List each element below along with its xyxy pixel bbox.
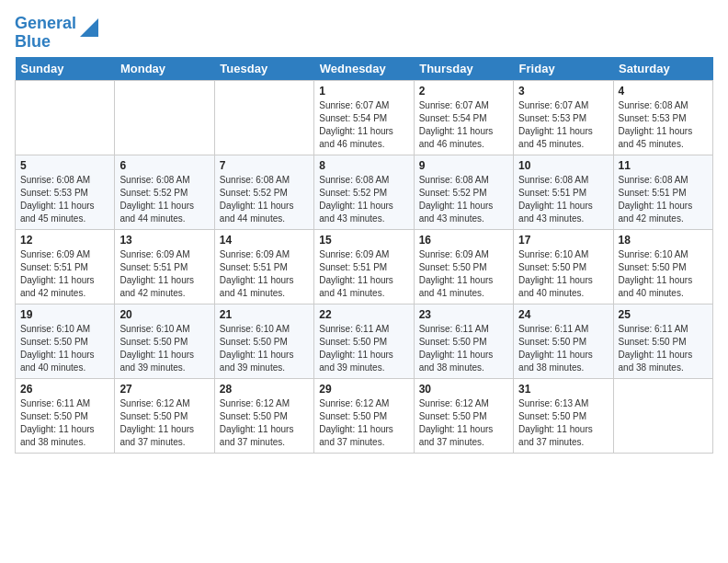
calendar-cell: 12Sunrise: 6:09 AM Sunset: 5:51 PM Dayli… [16, 229, 115, 304]
calendar-cell: 24Sunrise: 6:11 AM Sunset: 5:50 PM Dayli… [514, 304, 613, 378]
calendar-cell: 9Sunrise: 6:08 AM Sunset: 5:52 PM Daylig… [414, 155, 513, 229]
day-info: Sunrise: 6:10 AM Sunset: 5:50 PM Dayligh… [119, 323, 209, 374]
day-info: Sunrise: 6:11 AM Sunset: 5:50 PM Dayligh… [20, 397, 109, 449]
day-header-monday: Monday [115, 57, 214, 81]
calendar-cell: 8Sunrise: 6:08 AM Sunset: 5:52 PM Daylig… [314, 155, 414, 229]
day-header-saturday: Saturday [613, 57, 712, 81]
day-number: 6 [119, 159, 209, 172]
day-number: 30 [419, 383, 508, 396]
day-info: Sunrise: 6:11 AM Sunset: 5:50 PM Dayligh… [518, 323, 608, 374]
day-info: Sunrise: 6:10 AM Sunset: 5:50 PM Dayligh… [20, 323, 109, 374]
day-info: Sunrise: 6:10 AM Sunset: 5:50 PM Dayligh… [220, 323, 309, 374]
week-row-5: 26Sunrise: 6:11 AM Sunset: 5:50 PM Dayli… [16, 378, 713, 453]
calendar-table: SundayMondayTuesdayWednesdayThursdayFrid… [15, 57, 713, 454]
day-number: 20 [119, 308, 209, 321]
week-row-1: 1Sunrise: 6:07 AM Sunset: 5:54 PM Daylig… [16, 80, 713, 155]
day-number: 4 [619, 85, 708, 98]
calendar-cell [115, 80, 214, 155]
day-number: 11 [619, 159, 708, 172]
day-info: Sunrise: 6:12 AM Sunset: 5:50 PM Dayligh… [319, 397, 408, 449]
calendar-cell: 31Sunrise: 6:13 AM Sunset: 5:50 PM Dayli… [514, 378, 613, 453]
day-number: 17 [518, 234, 608, 247]
day-info: Sunrise: 6:09 AM Sunset: 5:51 PM Dayligh… [220, 248, 309, 300]
calendar-cell: 26Sunrise: 6:11 AM Sunset: 5:50 PM Dayli… [16, 378, 115, 453]
calendar-cell: 27Sunrise: 6:12 AM Sunset: 5:50 PM Dayli… [115, 378, 214, 453]
day-number: 22 [319, 308, 408, 321]
week-row-3: 12Sunrise: 6:09 AM Sunset: 5:51 PM Dayli… [16, 229, 713, 304]
week-row-2: 5Sunrise: 6:08 AM Sunset: 5:53 PM Daylig… [16, 155, 713, 229]
day-info: Sunrise: 6:12 AM Sunset: 5:50 PM Dayligh… [220, 397, 309, 449]
day-info: Sunrise: 6:09 AM Sunset: 5:51 PM Dayligh… [20, 248, 109, 300]
day-info: Sunrise: 6:07 AM Sunset: 5:54 PM Dayligh… [319, 99, 408, 151]
day-number: 9 [419, 159, 508, 172]
calendar-cell: 7Sunrise: 6:08 AM Sunset: 5:52 PM Daylig… [214, 155, 313, 229]
day-number: 7 [220, 159, 309, 172]
svg-marker-0 [80, 18, 98, 37]
day-number: 19 [20, 308, 109, 321]
day-number: 1 [319, 85, 408, 98]
day-header-sunday: Sunday [16, 57, 115, 81]
day-info: Sunrise: 6:10 AM Sunset: 5:50 PM Dayligh… [619, 248, 708, 300]
calendar-cell: 2Sunrise: 6:07 AM Sunset: 5:54 PM Daylig… [414, 80, 513, 155]
day-number: 28 [220, 383, 309, 396]
day-number: 2 [419, 85, 508, 98]
calendar-cell: 30Sunrise: 6:12 AM Sunset: 5:50 PM Dayli… [414, 378, 513, 453]
calendar-cell: 23Sunrise: 6:11 AM Sunset: 5:50 PM Dayli… [414, 304, 513, 378]
calendar-cell: 10Sunrise: 6:08 AM Sunset: 5:51 PM Dayli… [514, 155, 613, 229]
day-number: 3 [518, 85, 608, 98]
day-info: Sunrise: 6:10 AM Sunset: 5:50 PM Dayligh… [518, 248, 608, 300]
day-info: Sunrise: 6:11 AM Sunset: 5:50 PM Dayligh… [419, 323, 508, 374]
day-number: 23 [419, 308, 508, 321]
day-number: 26 [20, 383, 109, 396]
calendar-cell: 22Sunrise: 6:11 AM Sunset: 5:50 PM Dayli… [314, 304, 414, 378]
day-info: Sunrise: 6:08 AM Sunset: 5:52 PM Dayligh… [319, 174, 408, 225]
calendar-cell: 13Sunrise: 6:09 AM Sunset: 5:51 PM Dayli… [115, 229, 214, 304]
calendar-cell: 4Sunrise: 6:08 AM Sunset: 5:53 PM Daylig… [613, 80, 712, 155]
logo-arrow-icon [80, 18, 98, 37]
day-info: Sunrise: 6:09 AM Sunset: 5:50 PM Dayligh… [419, 248, 508, 300]
day-number: 29 [319, 383, 408, 396]
calendar-cell: 14Sunrise: 6:09 AM Sunset: 5:51 PM Dayli… [214, 229, 313, 304]
calendar-cell: 5Sunrise: 6:08 AM Sunset: 5:53 PM Daylig… [16, 155, 115, 229]
day-info: Sunrise: 6:08 AM Sunset: 5:51 PM Dayligh… [619, 174, 708, 225]
day-number: 21 [220, 308, 309, 321]
day-number: 13 [119, 234, 209, 247]
day-info: Sunrise: 6:11 AM Sunset: 5:50 PM Dayligh… [619, 323, 708, 374]
day-header-tuesday: Tuesday [214, 57, 313, 81]
day-info: Sunrise: 6:08 AM Sunset: 5:53 PM Dayligh… [619, 99, 708, 151]
calendar-cell [16, 80, 115, 155]
day-number: 24 [518, 308, 608, 321]
calendar-cell [613, 378, 712, 453]
day-info: Sunrise: 6:07 AM Sunset: 5:53 PM Dayligh… [518, 99, 608, 151]
day-number: 12 [20, 234, 109, 247]
day-info: Sunrise: 6:11 AM Sunset: 5:50 PM Dayligh… [319, 323, 408, 374]
calendar-cell: 1Sunrise: 6:07 AM Sunset: 5:54 PM Daylig… [314, 80, 414, 155]
week-row-4: 19Sunrise: 6:10 AM Sunset: 5:50 PM Dayli… [16, 304, 713, 378]
day-number: 25 [619, 308, 708, 321]
day-header-wednesday: Wednesday [314, 57, 414, 81]
logo-text: GeneralBlue [15, 15, 76, 52]
day-number: 15 [319, 234, 408, 247]
calendar-cell: 15Sunrise: 6:09 AM Sunset: 5:51 PM Dayli… [314, 229, 414, 304]
day-info: Sunrise: 6:08 AM Sunset: 5:52 PM Dayligh… [119, 174, 209, 225]
logo: GeneralBlue [15, 15, 98, 52]
calendar-cell: 17Sunrise: 6:10 AM Sunset: 5:50 PM Dayli… [514, 229, 613, 304]
day-number: 5 [20, 159, 109, 172]
calendar-cell: 25Sunrise: 6:11 AM Sunset: 5:50 PM Dayli… [613, 304, 712, 378]
day-info: Sunrise: 6:08 AM Sunset: 5:52 PM Dayligh… [220, 174, 309, 225]
calendar-cell: 18Sunrise: 6:10 AM Sunset: 5:50 PM Dayli… [613, 229, 712, 304]
day-info: Sunrise: 6:13 AM Sunset: 5:50 PM Dayligh… [518, 397, 608, 449]
day-info: Sunrise: 6:08 AM Sunset: 5:51 PM Dayligh… [518, 174, 608, 225]
day-info: Sunrise: 6:09 AM Sunset: 5:51 PM Dayligh… [319, 248, 408, 300]
day-number: 18 [619, 234, 708, 247]
day-number: 10 [518, 159, 608, 172]
day-number: 16 [419, 234, 508, 247]
calendar-cell: 29Sunrise: 6:12 AM Sunset: 5:50 PM Dayli… [314, 378, 414, 453]
calendar-cell: 28Sunrise: 6:12 AM Sunset: 5:50 PM Dayli… [214, 378, 313, 453]
day-info: Sunrise: 6:09 AM Sunset: 5:51 PM Dayligh… [119, 248, 209, 300]
calendar-cell: 11Sunrise: 6:08 AM Sunset: 5:51 PM Dayli… [613, 155, 712, 229]
calendar-cell: 20Sunrise: 6:10 AM Sunset: 5:50 PM Dayli… [115, 304, 214, 378]
day-number: 31 [518, 383, 608, 396]
days-header-row: SundayMondayTuesdayWednesdayThursdayFrid… [16, 57, 713, 81]
calendar-cell: 19Sunrise: 6:10 AM Sunset: 5:50 PM Dayli… [16, 304, 115, 378]
